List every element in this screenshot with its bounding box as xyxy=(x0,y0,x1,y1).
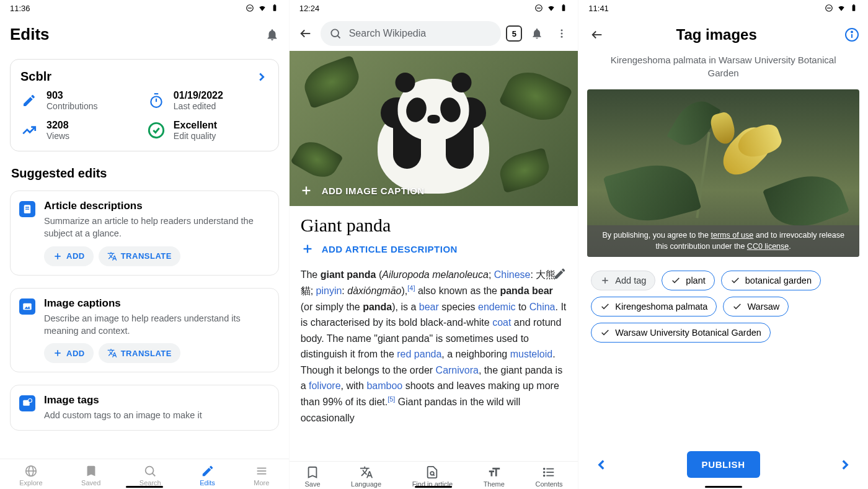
trending-icon xyxy=(21,122,37,138)
nav-explore[interactable]: Explore xyxy=(14,463,47,488)
svg-rect-29 xyxy=(562,5,565,11)
more-vert-icon xyxy=(556,28,567,39)
nav-edits[interactable]: Edits xyxy=(195,463,219,488)
link-bear[interactable]: bear xyxy=(419,302,439,312)
link-pinyin[interactable]: pinyin xyxy=(316,285,342,296)
svg-point-36 xyxy=(561,36,563,38)
link-red-panda[interactable]: red panda xyxy=(397,349,441,359)
link-bamboo[interactable]: bamboo xyxy=(366,380,402,391)
svg-point-35 xyxy=(561,33,563,35)
svg-line-42 xyxy=(433,475,435,476)
search-icon xyxy=(143,464,157,478)
link-coat[interactable]: coat xyxy=(492,317,511,328)
link-endemic[interactable]: endemic xyxy=(478,302,515,312)
link-chinese[interactable]: Chinese xyxy=(494,269,531,280)
image-preview[interactable]: By publishing, you agree to the terms of… xyxy=(587,89,859,257)
translate-button[interactable]: TRANSLATE xyxy=(99,246,180,266)
reference-5[interactable]: [5] xyxy=(388,395,395,403)
tag-chip[interactable]: Warsaw University Botanical Garden xyxy=(591,323,771,343)
stat-last-edited: 01/19/2022Last edited xyxy=(148,90,268,111)
publish-button[interactable]: PUBLISH xyxy=(687,451,760,478)
suggested-heading: Suggested edits xyxy=(0,158,289,184)
bookmark-icon xyxy=(84,464,98,478)
plus-icon xyxy=(600,276,610,285)
nav-theme[interactable]: Theme xyxy=(484,465,505,488)
article-body: Giant panda ADD ARTICLE DESCRIPTION The … xyxy=(290,206,578,488)
status-icons xyxy=(246,4,279,12)
bell-icon xyxy=(531,27,543,40)
screen-edits: 11:36 Edits Scblr 903Contributions 01/19… xyxy=(0,0,290,489)
overflow-button[interactable] xyxy=(552,24,572,43)
nav-contents[interactable]: Contents xyxy=(535,465,562,488)
plus-icon xyxy=(53,251,63,261)
translate-button[interactable]: TRANSLATE xyxy=(99,343,180,363)
image-subtitle: Kirengeshoma palmata in Warsaw Universit… xyxy=(578,53,868,89)
check-icon xyxy=(600,328,610,338)
search-icon xyxy=(329,27,342,40)
search-input[interactable]: Search Wikipedia xyxy=(321,21,502,46)
svg-rect-3 xyxy=(273,4,275,5)
next-button[interactable] xyxy=(837,457,853,473)
wifi-icon xyxy=(837,4,846,12)
svg-rect-30 xyxy=(563,4,564,5)
info-button[interactable] xyxy=(844,27,859,42)
text-size-icon xyxy=(487,465,501,479)
status-bar: 11:41 xyxy=(578,0,868,16)
translate-icon xyxy=(360,465,373,479)
hero-image[interactable]: ADD IMAGE CAPTION xyxy=(290,51,578,206)
svg-point-46 xyxy=(544,469,545,470)
prev-button[interactable] xyxy=(593,457,609,473)
add-tag-chip[interactable]: Add tag xyxy=(591,271,655,290)
notifications-icon[interactable] xyxy=(265,28,279,42)
tag-chip[interactable]: plant xyxy=(662,271,714,290)
tag-chip[interactable]: Warsaw xyxy=(723,297,789,316)
svg-point-56 xyxy=(851,32,852,33)
home-indicator xyxy=(126,486,163,488)
edit-section-button[interactable] xyxy=(553,267,567,280)
battery-icon xyxy=(849,4,858,12)
dnd-icon xyxy=(534,4,543,12)
cc0-link[interactable]: CC0 license xyxy=(747,242,789,251)
bottom-nav: Explore Saved Search Edits More xyxy=(0,459,289,489)
add-button[interactable]: ADD xyxy=(44,246,94,266)
nav-find[interactable]: Find in article xyxy=(412,465,453,488)
suggested-image-tags[interactable]: Image tags Add custom tags to an image t… xyxy=(10,385,279,431)
tag-chip[interactable]: Kirengeshoma palmata xyxy=(591,297,717,316)
svg-point-32 xyxy=(331,29,339,37)
nav-more[interactable]: More xyxy=(249,463,274,488)
home-indicator xyxy=(415,486,452,488)
stat-contributions: 903Contributions xyxy=(20,90,141,111)
suggested-image-captions[interactable]: Image captions Describe an image to help… xyxy=(10,288,279,373)
add-button[interactable]: ADD xyxy=(44,343,94,363)
pencil-icon xyxy=(201,464,215,478)
add-image-caption-button[interactable]: ADD IMAGE CAPTION xyxy=(299,184,425,197)
svg-line-23 xyxy=(153,473,156,477)
suggested-article-descriptions[interactable]: Article descriptions Summarize an articl… xyxy=(10,191,279,276)
status-icons xyxy=(534,4,568,12)
svg-point-34 xyxy=(561,29,563,31)
svg-rect-52 xyxy=(853,4,854,5)
link-china[interactable]: China xyxy=(529,302,556,312)
nav-save[interactable]: Save xyxy=(304,465,320,488)
add-article-description-button[interactable]: ADD ARTICLE DESCRIPTION xyxy=(301,242,567,256)
reference-4[interactable]: [4] xyxy=(407,284,415,292)
page-header: Edits xyxy=(0,16,289,53)
svg-point-18 xyxy=(29,399,32,403)
username: Scblr xyxy=(20,70,51,84)
tag-chip[interactable]: botanical garden xyxy=(721,271,821,290)
terms-link[interactable]: terms of use xyxy=(711,231,754,240)
nav-saved[interactable]: Saved xyxy=(76,463,105,488)
check-icon xyxy=(732,302,742,312)
nav-search[interactable]: Search xyxy=(135,463,166,488)
nav-language[interactable]: Language xyxy=(351,465,381,488)
pencil-icon xyxy=(22,93,37,108)
wifi-icon xyxy=(547,4,556,12)
link-musteloid[interactable]: musteloid xyxy=(510,349,552,359)
tabs-button[interactable]: 5 xyxy=(506,25,522,42)
screen-article: 12:24 Search Wikipedia 5 xyxy=(290,0,579,489)
link-carnivora[interactable]: Carnivora xyxy=(436,365,479,375)
link-folivore[interactable]: folivore xyxy=(309,380,341,391)
notifications-button[interactable] xyxy=(527,24,547,43)
back-button[interactable] xyxy=(296,24,316,43)
chevron-right-icon[interactable] xyxy=(255,70,268,84)
